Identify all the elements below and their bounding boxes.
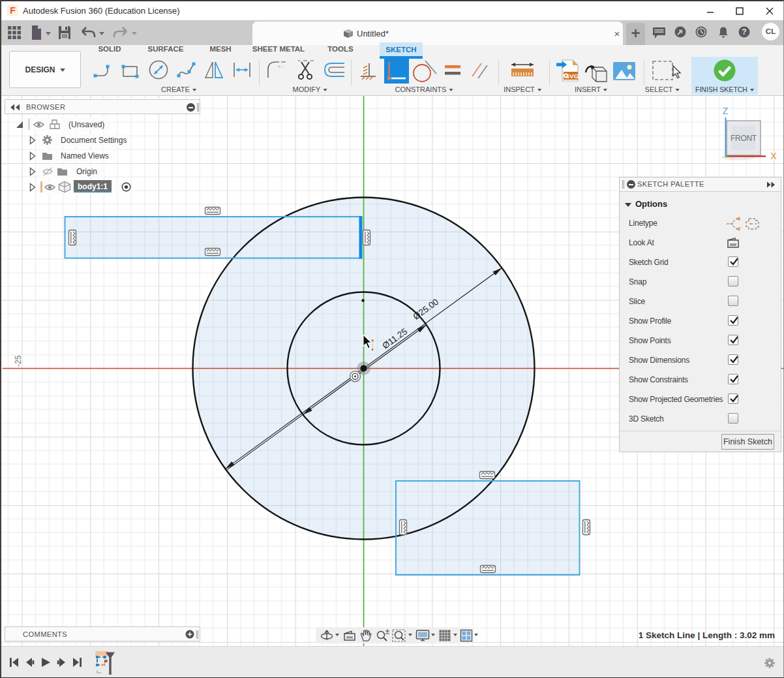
parallel-constraint-button[interactable]: [471, 61, 489, 83]
job-status-button[interactable]: [674, 26, 686, 40]
browser-row-label[interactable]: (Unsaved): [68, 120, 104, 129]
zoom-button[interactable]: [376, 629, 390, 645]
workspace-switcher[interactable]: DESIGN: [9, 51, 81, 88]
insert-svg-button[interactable]: SVG: [556, 59, 579, 86]
palette-minimize-icon[interactable]: [627, 180, 635, 189]
save-button[interactable]: [57, 25, 72, 43]
sketch-dimension-button[interactable]: [232, 60, 252, 82]
insert-canvas-button[interactable]: [613, 62, 635, 83]
line-tool-button[interactable]: [92, 61, 112, 84]
timeline-skip-start-button[interactable]: [9, 657, 19, 670]
slice-checkbox[interactable]: [728, 296, 738, 306]
timeline-position-marker[interactable]: [105, 652, 115, 678]
notification-bell-button[interactable]: [717, 26, 729, 41]
horizontal-vertical-constraint-active[interactable]: [384, 59, 409, 84]
modify-group-label[interactable]: MODIFY: [293, 85, 327, 93]
app-grid-button[interactable]: [7, 25, 22, 43]
close-button[interactable]: [755, 1, 784, 20]
show-profile-checkbox[interactable]: [728, 315, 738, 326]
browser-row-document-settings[interactable]: Document Settings: [5, 134, 200, 147]
minimize-button[interactable]: [696, 1, 725, 20]
ribbon-tab-sheet-metal[interactable]: SHEET METAL: [252, 45, 305, 57]
view-cube-face-label[interactable]: FRONT: [731, 134, 757, 143]
measure-tool-button[interactable]: [510, 62, 535, 82]
orbit-caret[interactable]: [335, 634, 339, 636]
ribbon-tab-surface[interactable]: SURFACE: [148, 45, 184, 57]
fix-constraint-button[interactable]: [359, 62, 378, 83]
finish-sketch-palette-button[interactable]: Finish Sketch: [721, 434, 774, 450]
activate-component-radio-icon[interactable]: [121, 182, 131, 192]
show-constraints-checkbox[interactable]: [728, 374, 738, 384]
browser-row-body[interactable]: body1:1: [5, 181, 200, 194]
timeline-step-back-button[interactable]: [25, 657, 35, 670]
browser-header[interactable]: BROWSER: [5, 99, 200, 114]
snap-checkbox[interactable]: [728, 276, 738, 286]
inspect-group-label[interactable]: INSPECT: [504, 85, 541, 93]
timeline-play-button[interactable]: [40, 657, 51, 670]
look-at-icon[interactable]: [727, 236, 740, 249]
concentric-badge[interactable]: [350, 371, 361, 382]
visibility-eye-icon[interactable]: [44, 183, 55, 191]
insert-group-label[interactable]: INSERT: [575, 85, 607, 93]
insert-mesh-button[interactable]: [584, 61, 608, 85]
collapsed-arrow-icon[interactable]: [29, 151, 36, 161]
file-menu-button[interactable]: [30, 25, 43, 43]
fit-button[interactable]: [392, 629, 406, 645]
timeline-settings-button[interactable]: [764, 657, 776, 671]
mirror-tool-button[interactable]: [204, 59, 224, 83]
notifications-history-button[interactable]: [695, 26, 707, 40]
finish-sketch-label[interactable]: FINISH SKETCH: [695, 85, 754, 93]
comments-grip-icon[interactable]: [196, 630, 198, 639]
selected-body-chip[interactable]: body1:1: [74, 180, 112, 193]
document-tab[interactable]: Untitled* ×: [252, 22, 623, 45]
construction-linetype-icon[interactable]: [745, 217, 761, 230]
user-avatar[interactable]: CL: [762, 23, 779, 40]
threed-sketch-checkbox[interactable]: [728, 413, 738, 424]
constraints-group-label[interactable]: CONSTRAINTS: [395, 85, 453, 93]
centerline-linetype-icon[interactable]: [725, 217, 741, 231]
undo-button[interactable]: [80, 25, 97, 43]
select-group-label[interactable]: SELECT: [645, 85, 680, 93]
select-tool-button[interactable]: [651, 59, 684, 88]
file-menu-caret[interactable]: [46, 32, 51, 35]
origin-point[interactable]: [361, 365, 367, 372]
browser-row-label[interactable]: Named Views: [61, 151, 109, 161]
fillet-tool-button[interactable]: [266, 60, 287, 82]
browser-row-named-views[interactable]: Named Views: [5, 149, 200, 162]
document-tab-close-icon[interactable]: ×: [611, 27, 624, 40]
collapsed-arrow-icon[interactable]: [29, 167, 36, 176]
viewports-button[interactable]: [460, 629, 473, 645]
grid-settings-caret[interactable]: [453, 634, 457, 636]
ribbon-tab-solid[interactable]: SOLID: [98, 45, 121, 57]
expanded-arrow-icon[interactable]: [16, 121, 23, 129]
visibility-off-eye-icon[interactable]: [42, 167, 53, 176]
undo-caret[interactable]: [99, 32, 104, 35]
browser-row-label[interactable]: Origin: [76, 167, 97, 176]
browser-minimize-icon[interactable]: [187, 103, 195, 112]
viewports-caret[interactable]: [474, 634, 478, 636]
timeline-skip-end-button[interactable]: [72, 657, 82, 670]
show-points-checkbox[interactable]: [728, 335, 738, 345]
display-settings-caret[interactable]: [431, 634, 435, 636]
grid-settings-button[interactable]: [438, 629, 451, 645]
add-comment-icon[interactable]: [185, 630, 194, 639]
show-projected-geometries-checkbox[interactable]: [728, 393, 738, 404]
sketch-palette-header[interactable]: SKETCH PALETTE: [620, 177, 781, 192]
rectangle-tool-button[interactable]: [120, 61, 140, 84]
circle-tool-button[interactable]: [147, 59, 170, 84]
new-tab-button[interactable]: +: [626, 23, 645, 45]
redo-caret[interactable]: [132, 32, 137, 35]
visibility-eye-icon[interactable]: [33, 121, 44, 129]
timeline-step-forward-button[interactable]: [57, 657, 67, 670]
ribbon-tab-sketch-active[interactable]: SKETCH: [380, 42, 423, 56]
ribbon-tab-tools[interactable]: TOOLS: [327, 45, 353, 57]
pan-button[interactable]: [359, 629, 372, 645]
sketch-point[interactable]: [361, 299, 364, 301]
maximize-button[interactable]: [725, 1, 754, 20]
ribbon-tab-mesh[interactable]: MESH: [209, 45, 231, 57]
offset-tool-button[interactable]: [324, 62, 346, 83]
comments-bar[interactable]: COMMENTS: [5, 626, 200, 641]
equal-constraint-button[interactable]: [444, 64, 461, 80]
collapse-browser-icon[interactable]: [10, 104, 20, 111]
look-at-button[interactable]: [343, 629, 356, 645]
